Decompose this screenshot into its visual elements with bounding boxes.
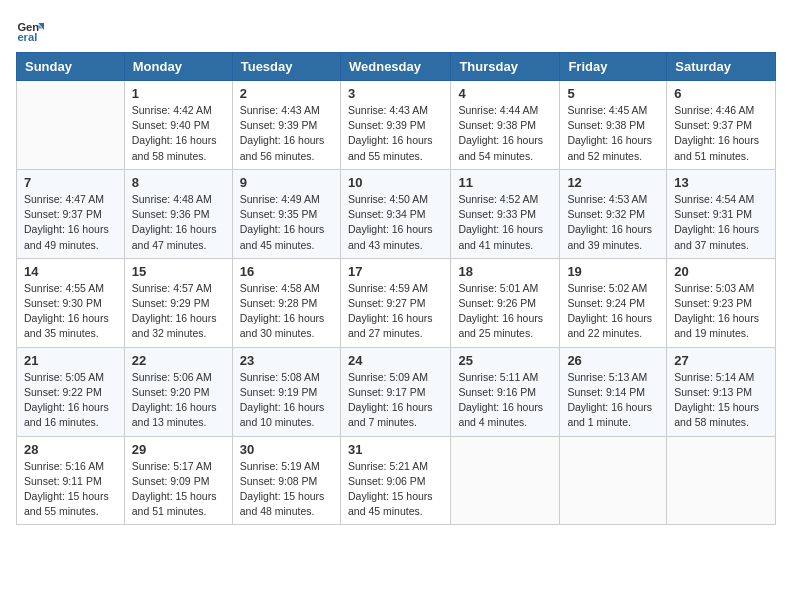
calendar-cell <box>451 436 560 525</box>
calendar-cell: 8Sunrise: 4:48 AMSunset: 9:36 PMDaylight… <box>124 169 232 258</box>
calendar-cell <box>667 436 776 525</box>
calendar-cell: 9Sunrise: 4:49 AMSunset: 9:35 PMDaylight… <box>232 169 340 258</box>
calendar-week-row: 21Sunrise: 5:05 AMSunset: 9:22 PMDayligh… <box>17 347 776 436</box>
calendar-cell <box>560 436 667 525</box>
calendar-cell: 29Sunrise: 5:17 AMSunset: 9:09 PMDayligh… <box>124 436 232 525</box>
cell-info: Sunrise: 5:03 AMSunset: 9:23 PMDaylight:… <box>674 281 768 342</box>
cell-info: Sunrise: 4:58 AMSunset: 9:28 PMDaylight:… <box>240 281 333 342</box>
day-number: 19 <box>567 264 659 279</box>
cell-info: Sunrise: 4:49 AMSunset: 9:35 PMDaylight:… <box>240 192 333 253</box>
cell-info: Sunrise: 4:54 AMSunset: 9:31 PMDaylight:… <box>674 192 768 253</box>
day-number: 16 <box>240 264 333 279</box>
calendar-cell: 15Sunrise: 4:57 AMSunset: 9:29 PMDayligh… <box>124 258 232 347</box>
cell-info: Sunrise: 4:47 AMSunset: 9:37 PMDaylight:… <box>24 192 117 253</box>
calendar-cell: 20Sunrise: 5:03 AMSunset: 9:23 PMDayligh… <box>667 258 776 347</box>
calendar-cell <box>17 81 125 170</box>
calendar-cell: 21Sunrise: 5:05 AMSunset: 9:22 PMDayligh… <box>17 347 125 436</box>
header-day-thursday: Thursday <box>451 53 560 81</box>
calendar-cell: 23Sunrise: 5:08 AMSunset: 9:19 PMDayligh… <box>232 347 340 436</box>
day-number: 27 <box>674 353 768 368</box>
calendar-body: 1Sunrise: 4:42 AMSunset: 9:40 PMDaylight… <box>17 81 776 525</box>
day-number: 2 <box>240 86 333 101</box>
day-number: 1 <box>132 86 225 101</box>
calendar-cell: 5Sunrise: 4:45 AMSunset: 9:38 PMDaylight… <box>560 81 667 170</box>
cell-info: Sunrise: 5:02 AMSunset: 9:24 PMDaylight:… <box>567 281 659 342</box>
cell-info: Sunrise: 5:05 AMSunset: 9:22 PMDaylight:… <box>24 370 117 431</box>
day-number: 25 <box>458 353 552 368</box>
day-number: 8 <box>132 175 225 190</box>
calendar-cell: 17Sunrise: 4:59 AMSunset: 9:27 PMDayligh… <box>340 258 450 347</box>
calendar-cell: 11Sunrise: 4:52 AMSunset: 9:33 PMDayligh… <box>451 169 560 258</box>
day-number: 21 <box>24 353 117 368</box>
calendar: SundayMondayTuesdayWednesdayThursdayFrid… <box>16 52 776 525</box>
cell-info: Sunrise: 4:48 AMSunset: 9:36 PMDaylight:… <box>132 192 225 253</box>
day-number: 10 <box>348 175 443 190</box>
cell-info: Sunrise: 4:46 AMSunset: 9:37 PMDaylight:… <box>674 103 768 164</box>
cell-info: Sunrise: 5:09 AMSunset: 9:17 PMDaylight:… <box>348 370 443 431</box>
header-day-wednesday: Wednesday <box>340 53 450 81</box>
cell-info: Sunrise: 5:13 AMSunset: 9:14 PMDaylight:… <box>567 370 659 431</box>
day-number: 24 <box>348 353 443 368</box>
cell-info: Sunrise: 4:42 AMSunset: 9:40 PMDaylight:… <box>132 103 225 164</box>
cell-info: Sunrise: 4:45 AMSunset: 9:38 PMDaylight:… <box>567 103 659 164</box>
calendar-cell: 2Sunrise: 4:43 AMSunset: 9:39 PMDaylight… <box>232 81 340 170</box>
day-number: 4 <box>458 86 552 101</box>
day-number: 22 <box>132 353 225 368</box>
day-number: 30 <box>240 442 333 457</box>
calendar-header-row: SundayMondayTuesdayWednesdayThursdayFrid… <box>17 53 776 81</box>
day-number: 14 <box>24 264 117 279</box>
day-number: 5 <box>567 86 659 101</box>
cell-info: Sunrise: 5:11 AMSunset: 9:16 PMDaylight:… <box>458 370 552 431</box>
cell-info: Sunrise: 4:50 AMSunset: 9:34 PMDaylight:… <box>348 192 443 253</box>
day-number: 17 <box>348 264 443 279</box>
calendar-cell: 12Sunrise: 4:53 AMSunset: 9:32 PMDayligh… <box>560 169 667 258</box>
calendar-week-row: 7Sunrise: 4:47 AMSunset: 9:37 PMDaylight… <box>17 169 776 258</box>
day-number: 23 <box>240 353 333 368</box>
calendar-cell: 22Sunrise: 5:06 AMSunset: 9:20 PMDayligh… <box>124 347 232 436</box>
header-day-friday: Friday <box>560 53 667 81</box>
day-number: 3 <box>348 86 443 101</box>
calendar-cell: 6Sunrise: 4:46 AMSunset: 9:37 PMDaylight… <box>667 81 776 170</box>
cell-info: Sunrise: 5:19 AMSunset: 9:08 PMDaylight:… <box>240 459 333 520</box>
day-number: 11 <box>458 175 552 190</box>
calendar-cell: 18Sunrise: 5:01 AMSunset: 9:26 PMDayligh… <box>451 258 560 347</box>
day-number: 12 <box>567 175 659 190</box>
day-number: 29 <box>132 442 225 457</box>
cell-info: Sunrise: 4:57 AMSunset: 9:29 PMDaylight:… <box>132 281 225 342</box>
calendar-week-row: 28Sunrise: 5:16 AMSunset: 9:11 PMDayligh… <box>17 436 776 525</box>
day-number: 31 <box>348 442 443 457</box>
calendar-cell: 10Sunrise: 4:50 AMSunset: 9:34 PMDayligh… <box>340 169 450 258</box>
cell-info: Sunrise: 5:21 AMSunset: 9:06 PMDaylight:… <box>348 459 443 520</box>
calendar-cell: 13Sunrise: 4:54 AMSunset: 9:31 PMDayligh… <box>667 169 776 258</box>
cell-info: Sunrise: 5:01 AMSunset: 9:26 PMDaylight:… <box>458 281 552 342</box>
logo-icon: Gen eral <box>16 16 44 44</box>
cell-info: Sunrise: 5:16 AMSunset: 9:11 PMDaylight:… <box>24 459 117 520</box>
cell-info: Sunrise: 4:43 AMSunset: 9:39 PMDaylight:… <box>348 103 443 164</box>
header-day-monday: Monday <box>124 53 232 81</box>
day-number: 7 <box>24 175 117 190</box>
day-number: 18 <box>458 264 552 279</box>
cell-info: Sunrise: 4:44 AMSunset: 9:38 PMDaylight:… <box>458 103 552 164</box>
cell-info: Sunrise: 5:17 AMSunset: 9:09 PMDaylight:… <box>132 459 225 520</box>
day-number: 26 <box>567 353 659 368</box>
calendar-cell: 26Sunrise: 5:13 AMSunset: 9:14 PMDayligh… <box>560 347 667 436</box>
day-number: 20 <box>674 264 768 279</box>
calendar-cell: 31Sunrise: 5:21 AMSunset: 9:06 PMDayligh… <box>340 436 450 525</box>
calendar-cell: 1Sunrise: 4:42 AMSunset: 9:40 PMDaylight… <box>124 81 232 170</box>
header-day-saturday: Saturday <box>667 53 776 81</box>
cell-info: Sunrise: 4:59 AMSunset: 9:27 PMDaylight:… <box>348 281 443 342</box>
day-number: 6 <box>674 86 768 101</box>
cell-info: Sunrise: 4:43 AMSunset: 9:39 PMDaylight:… <box>240 103 333 164</box>
cell-info: Sunrise: 5:14 AMSunset: 9:13 PMDaylight:… <box>674 370 768 431</box>
calendar-cell: 25Sunrise: 5:11 AMSunset: 9:16 PMDayligh… <box>451 347 560 436</box>
calendar-cell: 30Sunrise: 5:19 AMSunset: 9:08 PMDayligh… <box>232 436 340 525</box>
calendar-cell: 28Sunrise: 5:16 AMSunset: 9:11 PMDayligh… <box>17 436 125 525</box>
calendar-week-row: 1Sunrise: 4:42 AMSunset: 9:40 PMDaylight… <box>17 81 776 170</box>
calendar-cell: 16Sunrise: 4:58 AMSunset: 9:28 PMDayligh… <box>232 258 340 347</box>
calendar-cell: 7Sunrise: 4:47 AMSunset: 9:37 PMDaylight… <box>17 169 125 258</box>
cell-info: Sunrise: 5:08 AMSunset: 9:19 PMDaylight:… <box>240 370 333 431</box>
calendar-cell: 24Sunrise: 5:09 AMSunset: 9:17 PMDayligh… <box>340 347 450 436</box>
cell-info: Sunrise: 5:06 AMSunset: 9:20 PMDaylight:… <box>132 370 225 431</box>
cell-info: Sunrise: 4:53 AMSunset: 9:32 PMDaylight:… <box>567 192 659 253</box>
day-number: 15 <box>132 264 225 279</box>
